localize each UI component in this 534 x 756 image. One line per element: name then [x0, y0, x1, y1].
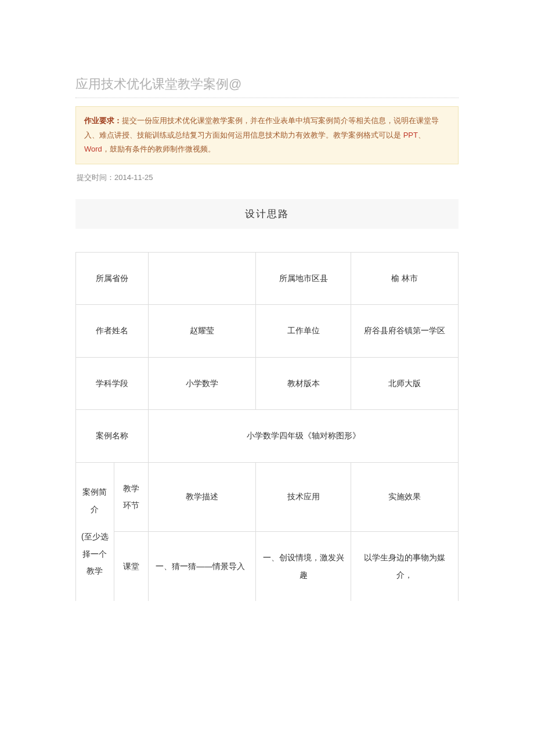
cell-author-label: 作者姓名 — [76, 305, 149, 357]
table-row: 案例名称 小学数学四年级《轴对称图形》 — [76, 410, 459, 462]
cell-textbook-value: 北师大版 — [351, 357, 459, 409]
table-row: 作者姓名 赵耀莹 工作单位 府谷县府谷镇第一学区 — [76, 305, 459, 357]
page-title: 应用技术优化课堂教学案例@ — [75, 75, 459, 93]
cell-step-value: 课堂 — [114, 532, 148, 601]
requirement-hl-ppt: PPT — [403, 131, 418, 139]
requirement-box: 作业要求：提交一份应用技术优化课堂教学案例，并在作业表单中填写案例简介等相关信息… — [75, 106, 459, 164]
cell-casename-value: 小学数学四年级《轴对称图形》 — [149, 410, 459, 462]
cell-province-label: 所属省份 — [76, 253, 149, 305]
table-row: 所属省份 所属地市区县 榆 林市 — [76, 253, 459, 305]
section-heading: 设计思路 — [75, 199, 459, 229]
table-row: 课堂 一、猜一猜——情景导入 一、创设情境，激发兴趣 以学生身边的事物为媒介， — [76, 532, 459, 601]
cell-textbook-label: 教材版本 — [255, 357, 351, 409]
requirement-text-a: 提交一份应用技术优化课堂教学案例，并在作业表单中填写案例简介等相关信息，说明在课… — [84, 116, 439, 139]
form-table: 所属省份 所属地市区县 榆 林市 作者姓名 赵耀莹 工作单位 府谷县府谷镇第一学… — [75, 252, 459, 601]
cell-workplace-label: 工作单位 — [255, 305, 351, 357]
cell-city-value: 榆 林市 — [351, 253, 459, 305]
submit-time-value: 2014-11-25 — [114, 173, 153, 182]
cell-summary-label-main: 案例简介 — [80, 484, 110, 518]
submit-time-label: 提交时间： — [77, 173, 114, 182]
cell-tech-value: 一、创设情境，激发兴趣 — [255, 532, 351, 601]
cell-author-value: 赵耀莹 — [149, 305, 256, 357]
table-row: 学科学段 小学数学 教材版本 北师大版 — [76, 357, 459, 409]
cell-subject-label: 学科学段 — [76, 357, 149, 409]
cell-tech-header: 技术应用 — [255, 462, 351, 532]
cell-province-value — [149, 253, 256, 305]
cell-subject-value: 小学数学 — [149, 357, 256, 409]
cell-desc-value: 一、猜一猜——情景导入 — [149, 532, 256, 601]
cell-summary-label: 案例简介 (至少选择一个教学 — [76, 462, 114, 601]
title-divider — [75, 98, 459, 98]
cell-summary-label-sub: (至少选择一个教学 — [80, 528, 110, 579]
requirement-sep: 、 — [418, 131, 425, 139]
requirement-text-b: ，鼓励有条件的教师制作微视频。 — [102, 145, 215, 153]
cell-effect-value: 以学生身边的事物为媒介， — [351, 532, 459, 601]
submit-time: 提交时间：2014-11-25 — [77, 172, 459, 183]
cell-casename-label: 案例名称 — [76, 410, 149, 462]
requirement-hl-word: Word — [84, 145, 102, 153]
cell-step-header: 教学环节 — [114, 462, 148, 532]
cell-effect-header: 实施效果 — [351, 462, 459, 532]
requirement-label: 作业要求： — [84, 116, 122, 125]
cell-desc-header: 教学描述 — [149, 462, 256, 532]
table-row: 案例简介 (至少选择一个教学 教学环节 教学描述 技术应用 实施效果 — [76, 462, 459, 532]
cell-city-label: 所属地市区县 — [255, 253, 351, 305]
cell-workplace-value: 府谷县府谷镇第一学区 — [351, 305, 459, 357]
